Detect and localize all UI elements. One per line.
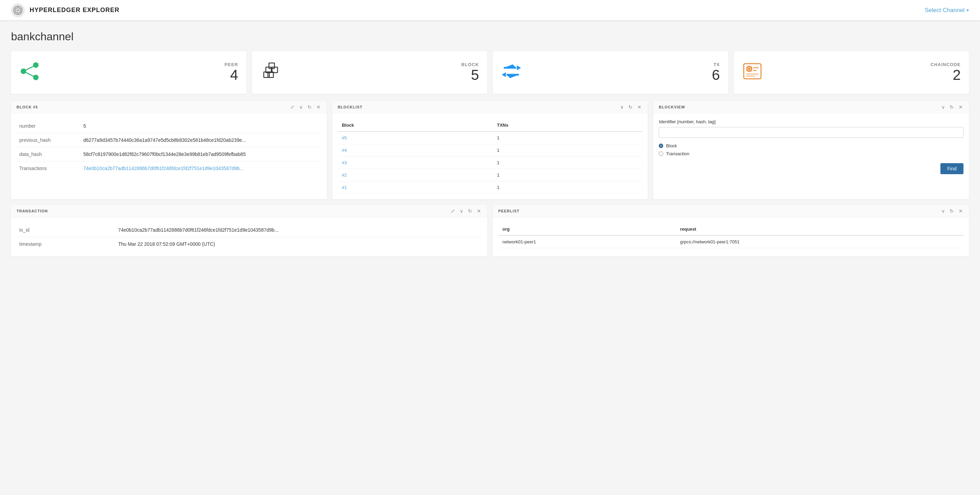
list-item: #1 1 [338,181,643,194]
transactions-link[interactable]: 74e0b10ca2b77adb1142886b7d0f61f246fdce1f… [83,166,244,171]
table-row: data_hash 58cf7c8197900e1d82f82c79607f0b… [16,148,321,162]
page-title: bankchannel [11,30,969,43]
header-left: HYPERLEDGER EXPLORER [11,3,119,17]
blockview-identifier-input[interactable] [659,127,964,138]
field-value-number: 5 [81,119,321,133]
field-key-number: number [16,119,81,133]
blockview-refresh-button[interactable]: ↻ [949,104,955,110]
field-key-previous-hash: previous_hash [16,133,81,148]
peerlist-panel: PEERLIST ∨ ↻ ✕ org request [493,205,969,257]
blocklist-panel-header: BLOCKLIST ∨ ↻ ✕ [332,101,648,114]
peerlist-col-request: request [676,223,964,235]
block5-panel-body: number 5 previous_hash d6277a9d3457b7444… [11,114,327,181]
list-item: #2 1 [338,169,643,181]
block5-close-button[interactable]: ✕ [316,104,321,110]
peer-stat-info: PEER 4 [224,62,238,83]
app-header: HYPERLEDGER EXPLORER Select Channel ▾ [0,0,980,21]
transaction-radio-option[interactable]: Transaction [659,151,964,156]
peerlist-panel-body: org request network01-peer1 grpcs://netw… [493,217,969,254]
peerlist-panel-title: PEERLIST [498,209,520,213]
blocklist-table: Block TXNs #5 1 #4 1 [338,119,643,194]
select-channel-button[interactable]: Select Channel ▾ [925,7,969,14]
transaction-panel-actions: ⤢ ∨ ↻ ✕ [450,208,482,214]
block-value: 5 [461,67,479,83]
block-icon [260,61,281,84]
block-number-cell: #1 [338,181,493,194]
tx-icon [501,61,522,84]
block-radio-label: Block [666,143,677,148]
transaction-collapse-button[interactable]: ∨ [459,208,464,214]
peerlist-collapse-button[interactable]: ∨ [941,208,945,214]
blocklist-panel-actions: ∨ ↻ ✕ [619,104,642,110]
transaction-info-table: tx_id 74e0b10ca2b77adb1142886b7d0f61f246… [16,223,482,251]
block-4-link[interactable]: #4 [342,148,347,153]
svg-line-8 [24,65,36,71]
block-number-cell: #2 [338,169,493,181]
app-title: HYPERLEDGER EXPLORER [30,6,119,14]
block-txns-cell: 1 [493,157,642,169]
list-item: #5 1 [338,132,643,144]
block-5-link[interactable]: #5 [342,135,347,140]
block5-expand-button[interactable]: ⤢ [290,104,295,110]
block-number-cell: #5 [338,132,493,144]
peerlist-refresh-button[interactable]: ↻ [949,208,955,214]
block-3-link[interactable]: #3 [342,160,347,165]
block5-collapse-button[interactable]: ∨ [299,104,303,110]
table-row: previous_hash d6277a9d3457b74440c36a1a97… [16,133,321,148]
peerlist-col-org: org [498,223,676,235]
peerlist-panel-header: PEERLIST ∨ ↻ ✕ [493,205,969,217]
block-radio-option[interactable]: Block [659,143,964,148]
blocklist-collapse-button[interactable]: ∨ [619,104,624,110]
block-1-link[interactable]: #1 [342,185,347,190]
svg-line-9 [24,71,36,78]
select-channel-caret: ▾ [967,8,969,13]
transaction-panel-header: TRANSACTION ⤢ ∨ ↻ ✕ [11,205,487,217]
transaction-close-button[interactable]: ✕ [476,208,482,214]
tx-value: 6 [712,67,720,83]
transaction-panel-title: TRANSACTION [16,209,48,213]
transaction-radio[interactable] [659,151,663,156]
blocklist-panel-body: Block TXNs #5 1 #4 1 [332,114,648,199]
find-button[interactable]: Find [940,163,964,174]
peer-org-cell: network01-peer1 [498,235,676,248]
blocklist-panel-title: BLOCKLIST [338,105,363,109]
chaincode-stat-info: CHAINCODE 2 [931,62,961,83]
blocklist-refresh-button[interactable]: ↻ [628,104,633,110]
peerlist-header-row: org request [498,223,964,235]
block5-panel-title: BLOCK #5 [16,105,38,109]
stat-card-chaincode: CHAINCODE 2 [734,51,969,94]
block-txns-cell: 1 [493,132,642,144]
peer-request-cell: grpcs://network01-peer1:7051 [676,235,964,248]
blockview-panel-title: BLOCKVIEW [659,105,685,109]
tx-svg-icon [501,61,522,82]
chaincode-svg-icon [742,61,763,82]
stat-card-peer: PEER 4 [11,51,247,94]
transaction-refresh-button[interactable]: ↻ [467,208,473,214]
blocklist-close-button[interactable]: ✕ [637,104,642,110]
blockview-collapse-button[interactable]: ∨ [941,104,945,110]
field-value-previous-hash: d6277a9d3457b74440c36a1a9747e5d5cb8b8302… [81,133,321,148]
svg-marker-20 [502,72,506,77]
block-2-link[interactable]: #2 [342,173,347,178]
select-channel-label: Select Channel [925,7,964,14]
peer-icon [19,61,40,84]
bottom-panels-row: TRANSACTION ⤢ ∨ ↻ ✕ tx_id 74e0b10ca2b77a… [11,205,969,257]
list-item: #3 1 [338,157,643,169]
stat-cards: PEER 4 BLOCK 5 [11,51,969,94]
tx-label: TX [712,62,720,67]
main-content: bankchannel PEER 4 [0,21,980,266]
tx-stat-info: TX 6 [712,62,720,83]
field-value-data-hash: 58cf7c8197900e1d82f82c79607f0bcf1344e28e… [81,148,321,162]
block-label: BLOCK [461,62,479,67]
list-item: #4 1 [338,144,643,157]
blockview-form: Identifier [number, hash, tag] Block Tra… [653,114,969,180]
block5-panel-actions: ⤢ ∨ ↻ ✕ [290,104,321,110]
table-row: Transactions 74e0b10ca2b77adb1142886b7d0… [16,162,321,176]
block-radio[interactable] [659,144,663,148]
block5-refresh-button[interactable]: ↻ [307,104,312,110]
blockview-close-button[interactable]: ✕ [958,104,964,110]
transaction-expand-button[interactable]: ⤢ [450,208,455,214]
radio-group: Block Transaction [659,143,964,156]
field-key-txid: tx_id [16,223,115,237]
peerlist-close-button[interactable]: ✕ [958,208,964,214]
